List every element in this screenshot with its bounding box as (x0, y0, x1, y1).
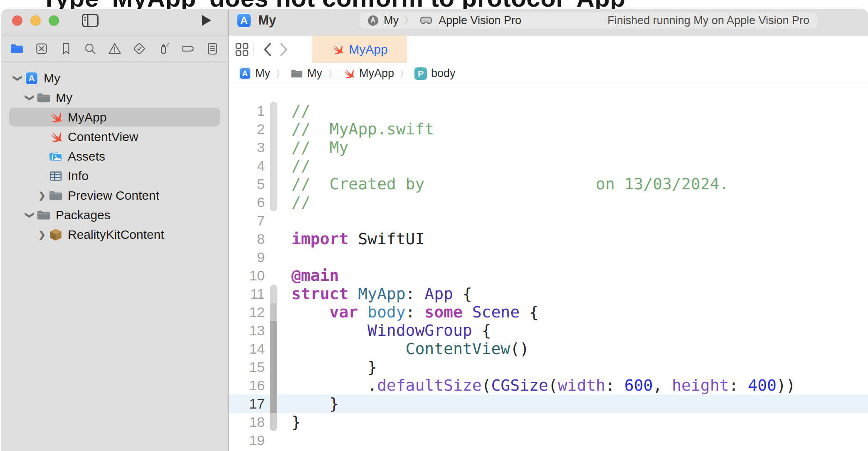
tree-row-contentview[interactable]: ContentView (1, 127, 228, 146)
tree-row-label: My (44, 71, 60, 85)
line-number[interactable]: 18 (229, 414, 268, 430)
find-navigator[interactable] (81, 40, 99, 58)
code-text: // MyApp.swift (291, 120, 434, 138)
close-button[interactable] (12, 15, 22, 26)
code-line-7[interactable]: 7 (229, 211, 868, 230)
code-line-2[interactable]: 2// MyApp.swift (229, 120, 868, 138)
breadcrumb-separator: 〉 (276, 68, 285, 79)
tree-row-info[interactable]: Info (1, 166, 228, 186)
tree-row-my[interactable]: ❯My (1, 88, 228, 107)
tree-row-label: ContentView (68, 130, 138, 144)
tree-row-label: Preview Content (68, 188, 159, 203)
breadcrumb-item-body[interactable]: Pbody (414, 67, 456, 80)
code-line-9[interactable]: 9 (229, 248, 868, 266)
line-number[interactable]: 9 (229, 249, 268, 265)
toggle-sidebar-icon[interactable] (82, 14, 99, 27)
line-number[interactable]: 8 (229, 231, 268, 247)
go-back-button[interactable] (259, 42, 276, 57)
bookmark-navigator[interactable] (57, 40, 75, 58)
line-number[interactable]: 3 (229, 139, 268, 156)
code-line-13[interactable]: 13 WindowGroup { (229, 321, 868, 339)
code-line-12[interactable]: 12 var body: some Scene { (229, 303, 868, 321)
source-control-change-bar (270, 285, 277, 303)
line-number[interactable]: 17 (229, 396, 268, 412)
line-number[interactable]: 6 (229, 194, 268, 211)
disclosure-chevron[interactable]: ❯ (25, 211, 35, 219)
line-number[interactable]: 11 (229, 286, 268, 302)
code-line-17[interactable]: 17 } (229, 394, 868, 413)
code-line-16[interactable]: 16 .defaultSize(CGSize(width: 600, heigh… (229, 376, 868, 394)
disclosure-chevron[interactable]: ❯ (38, 230, 46, 240)
tree-row-myapp[interactable]: MyApp (1, 107, 228, 127)
breadcrumb-item-myapp[interactable]: MyApp (343, 67, 394, 80)
code-line-8[interactable]: 8import SwiftUI (229, 230, 868, 248)
line-number[interactable]: 12 (229, 304, 268, 320)
code-line-5[interactable]: 5// Created by on 13/03/2024. (229, 175, 868, 193)
code-line-15[interactable]: 15 } (229, 358, 868, 376)
code-text: } (291, 413, 301, 431)
source-control-change-bar (270, 376, 277, 394)
line-number[interactable]: 5 (229, 176, 268, 192)
line-number[interactable]: 4 (229, 158, 268, 174)
code-line-10[interactable]: 10@main (229, 266, 868, 285)
code-line-3[interactable]: 3// My (229, 138, 868, 156)
editor-tab-bar: MyApp (229, 36, 868, 63)
issue-navigator[interactable] (106, 40, 124, 58)
navigator-icon-bar (1, 36, 228, 62)
line-number[interactable]: 15 (229, 359, 268, 375)
source-control-navigator[interactable] (32, 40, 51, 58)
jump-bar-breadcrumb: AMy〉My〉MyApp〉Pbody (229, 63, 868, 84)
line-number[interactable]: 1 (229, 103, 268, 119)
breadcrumb-label: My (307, 67, 322, 80)
minimize-button[interactable] (30, 15, 41, 26)
debug-navigator[interactable] (155, 40, 173, 58)
selection-highlight (9, 108, 220, 126)
run-destination[interactable]: Apple Vision Pro (439, 14, 521, 27)
code-line-19[interactable]: 19 (229, 431, 868, 449)
swift-icon (343, 67, 355, 80)
tree-row-packages[interactable]: ❯Packages (1, 205, 228, 225)
tree-row-realitykitcontent[interactable]: ❯RealityKitContent (1, 225, 228, 244)
line-number[interactable]: 2 (229, 121, 268, 137)
folder-icon (37, 91, 51, 105)
report-navigator[interactable] (203, 40, 222, 58)
related-items-icon[interactable] (235, 43, 249, 56)
line-number[interactable]: 7 (229, 213, 268, 229)
code-line-4[interactable]: 4// (229, 156, 868, 175)
run-button[interactable] (200, 14, 212, 27)
project-file-tree: ❯AMy❯MyMyAppContentViewAssetsInfo❯Previe… (1, 62, 228, 451)
line-number[interactable]: 10 (229, 268, 268, 284)
tree-row-preview-content[interactable]: ❯Preview Content (1, 186, 228, 205)
go-forward-button[interactable] (276, 42, 292, 57)
breakpoint-navigator[interactable] (179, 40, 197, 58)
code-line-18[interactable]: 18} (229, 413, 868, 431)
disclosure-chevron[interactable]: ❯ (13, 74, 23, 82)
project-navigator[interactable] (8, 40, 26, 58)
code-line-6[interactable]: 6// (229, 193, 868, 211)
scheme-name[interactable]: My (384, 14, 399, 27)
editor-tab-myapp[interactable]: MyApp (312, 36, 407, 63)
line-number[interactable]: 16 (229, 377, 268, 394)
code-line-11[interactable]: 11struct MyApp: App { (229, 285, 868, 303)
line-number[interactable]: 19 (229, 432, 268, 449)
line-number[interactable]: 13 (229, 322, 268, 339)
code-text: import SwiftUI (291, 230, 424, 248)
code-text: // My (291, 138, 348, 156)
code-text: ContentView() (291, 339, 529, 358)
test-navigator[interactable] (130, 40, 148, 58)
tree-row-my[interactable]: ❯AMy (1, 68, 228, 88)
zoom-button[interactable] (49, 15, 59, 26)
folder-icon (291, 67, 303, 80)
tree-row-assets[interactable]: Assets (1, 146, 228, 166)
appstore-icon: A (239, 67, 251, 79)
line-number[interactable]: 14 (229, 341, 268, 357)
code-line-14[interactable]: 14 ContentView() (229, 339, 868, 358)
disclosure-chevron[interactable]: ❯ (25, 94, 35, 102)
source-editor[interactable]: 1//2// MyApp.swift3// My4//5// Created b… (229, 84, 868, 451)
code-line-1[interactable]: 1// (229, 102, 868, 120)
activity-status-text: Finished running My on Apple Vision Pro (607, 14, 809, 27)
activity-view[interactable]: A My 〉 Apple Vision Pro Finished running… (360, 12, 818, 29)
breadcrumb-item-my[interactable]: My (291, 67, 322, 80)
breadcrumb-item-my[interactable]: AMy (239, 67, 270, 80)
disclosure-chevron[interactable]: ❯ (38, 191, 46, 201)
